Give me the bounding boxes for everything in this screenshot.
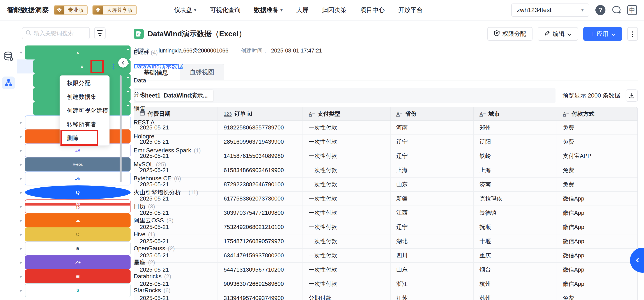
tree-item-label: Hologre (134, 133, 154, 140)
pro-badge-label: 专业版 (64, 6, 87, 14)
filter-button[interactable] (94, 27, 106, 39)
caret-right-icon[interactable]: ▸ (17, 134, 25, 139)
caret-right-icon[interactable]: ▸ (17, 162, 25, 167)
table-cell: 辽宁 (390, 149, 474, 163)
col-pay-method[interactable]: A≡付款方式 (557, 107, 638, 121)
table-row[interactable]: 2025-05-217532492068021210100一次性付款辽宁抚顺微信… (134, 220, 638, 234)
table-cell: 2851609963719439900 (218, 135, 303, 149)
caret-right-icon[interactable]: ▸ (17, 176, 25, 181)
caret-right-icon[interactable]: ▸ (17, 232, 25, 237)
tree-item-Bytehouse CE[interactable]: ▸Bytehouse CE(6) (17, 171, 123, 185)
user-dropdown[interactable]: zwh1234test ▾ (511, 3, 589, 17)
tree-item-label: OpenGauss (134, 245, 165, 252)
tree-item-Databricks[interactable]: ▸▦Databricks(2) (17, 269, 123, 283)
text-icon: A≡ (309, 111, 315, 117)
tree-item-label: Data (134, 77, 146, 84)
tree-item-Hive[interactable]: ▸⬡Hive(1) (17, 227, 123, 241)
feedback-chat-icon[interactable] (612, 5, 621, 15)
main-nav: 仪表盘▾ 可视化查询 数据准备▾ 大屏 归因决策 项目中心 开放平台 (174, 6, 423, 14)
tree-view-icon[interactable] (2, 77, 15, 89)
more-actions-button[interactable]: ⋮ (627, 27, 638, 41)
table-cell: 微信App (557, 234, 638, 248)
nav-big-screen[interactable]: 大屏 (296, 6, 308, 14)
tree-item-MySQL[interactable]: ▸MySQLMySQL(25) (17, 157, 123, 171)
table-cell: 一次性付款 (303, 177, 390, 191)
caret-right-icon[interactable]: ▸ (17, 120, 25, 125)
table-cell: 8729223882646790100 (218, 177, 303, 191)
caret-right-icon[interactable]: ▸ (17, 204, 25, 209)
col-pay-date[interactable]: 付费日期 (134, 107, 218, 121)
sheet-tab[interactable]: Sheet1_DataWind演示... (135, 90, 213, 102)
tree-item-Excel[interactable]: ▾xExcel(4) (17, 45, 123, 59)
table-row[interactable]: 2025-05-216158348669034619900一次性付款上海上海免费 (134, 163, 638, 177)
tree-item-count: (2) (164, 273, 171, 280)
table-row[interactable]: 2025-05-211415876155034089980一次性付款辽宁铁岭支付… (134, 149, 638, 163)
caret-right-icon[interactable]: ▸ (17, 288, 25, 293)
table-cell: 一次性付款 (303, 220, 390, 234)
table-row[interactable]: 2025-05-218729223882646790100一次性付款山东济南免费 (134, 177, 638, 191)
search-input[interactable] (34, 30, 84, 37)
menu-item-create-visual-model[interactable]: 创建可视化建模 (60, 104, 109, 117)
nav-visual-query[interactable]: 可视化查询 (210, 6, 240, 14)
apply-button[interactable]: + 应用 (583, 27, 622, 41)
table-row[interactable]: 2025-05-213039703754772109800一次性付款江西景德镇微… (134, 206, 638, 220)
table-cell: 一次性付款 (303, 206, 390, 220)
menu-item-create-dataset[interactable]: 创建数据集 (60, 90, 109, 104)
table-row[interactable]: 2025-05-219182258063557789700一次性付款河南郑州免费 (134, 121, 638, 135)
tree-item-星座[interactable]: ▸⋰✦星座(2) (17, 255, 123, 269)
col-pay-type[interactable]: A≡支付类型 (303, 107, 390, 121)
caret-right-icon[interactable]: ▸ (17, 274, 25, 279)
excel-file-icon: x (134, 29, 144, 39)
sidebar-search[interactable] (22, 27, 90, 39)
permission-button[interactable]: 权限分配 (488, 27, 532, 41)
table-row[interactable]: 2025-05-211754871260890579970一次性付款湖北十堰微信… (134, 234, 638, 248)
tree-item-日历[interactable]: ▸SUN12日历(3) (17, 199, 123, 213)
tree-item-label: 分析 (134, 91, 146, 98)
table-row[interactable]: 2025-05-212851609963719439900一次性付款辽宁辽阳免费 (134, 135, 638, 149)
menu-item-permission[interactable]: 权限分配 (60, 76, 109, 90)
table-row[interactable]: 2025-05-216341479159937800200一次性付款四川重庆微信… (134, 248, 638, 263)
caret-down-icon[interactable]: ▾ (17, 50, 25, 55)
tab-lineage-view[interactable]: 血缘视图 (180, 64, 224, 80)
tree-item-火山引擎增长分析...[interactable]: ▸Q火山引擎增长分析...(11) (17, 185, 123, 199)
col-order-id[interactable]: 123订单 id (218, 107, 303, 121)
tree-item-label: Bytehouse CE (134, 175, 172, 182)
tree-item-StarRocks[interactable]: ▸SStarRocks(6) (17, 283, 123, 297)
menu-item-transfer-owner[interactable]: 转移所有者 (60, 117, 109, 131)
tree-item-OpenGauss[interactable]: ▸≋OpenGauss(2) (17, 241, 123, 255)
table-cell: 济南 (474, 177, 557, 191)
table-row[interactable]: 2025-05-215447131309567710200一次性付款山东烟台微信… (134, 263, 638, 277)
tree-item-阿里云OSS[interactable]: ▸☁阿里云OSS(3) (17, 213, 123, 227)
table-cell: 一次性付款 (303, 163, 390, 177)
created-time-value: 2025-08-01 17:47:21 (271, 47, 322, 54)
table-cell: 支付宝APP (557, 149, 638, 163)
nav-attribution[interactable]: 归因决策 (322, 6, 346, 14)
caret-right-icon[interactable]: ▸ (17, 218, 25, 223)
vip-diamond-icon (54, 6, 64, 14)
help-icon[interactable]: ? (595, 5, 606, 15)
table-cell: 铁岭 (474, 149, 557, 163)
caret-right-icon[interactable]: ▸ (17, 148, 25, 153)
nav-dashboard[interactable]: 仪表盘▾ (174, 6, 196, 14)
aliyun-oss-icon: ☁ (25, 213, 130, 227)
table-row[interactable]: 2025-05-213139449574093749900分期付款江苏苏州免费 (134, 291, 638, 300)
table-row[interactable]: 2025-05-219093630726692589600一次性付款浙江杭州微信… (134, 277, 638, 291)
language-icon[interactable]: 中 (627, 5, 637, 15)
caret-right-icon[interactable]: ▸ (17, 260, 25, 265)
table-cell: 一次性付款 (303, 135, 390, 149)
sidebar-scrollbar[interactable] (120, 75, 122, 182)
col-city[interactable]: A≡城市 (474, 107, 557, 121)
data-source-icon[interactable] (3, 51, 14, 63)
more-actions-icon[interactable]: ⋮ (109, 62, 118, 71)
table-row[interactable]: 2025-05-216177583862073730000一次性付款新疆克拉玛依… (134, 191, 638, 206)
col-province[interactable]: A≡省份 (390, 107, 474, 121)
sidebar-collapse-button[interactable] (118, 58, 128, 68)
nav-open-platform[interactable]: 开放平台 (398, 6, 423, 14)
download-button[interactable] (626, 89, 638, 102)
edit-button[interactable]: 编辑 (538, 27, 578, 41)
nav-project-center[interactable]: 项目中心 (360, 6, 385, 14)
caret-right-icon[interactable]: ▸ (17, 190, 25, 195)
caret-right-icon[interactable]: ▸ (17, 246, 25, 251)
tree-item-DataWind演示数据[interactable]: xDataWind演示数据⋮ (17, 59, 123, 73)
nav-data-prep[interactable]: 数据准备▾ (254, 6, 282, 14)
